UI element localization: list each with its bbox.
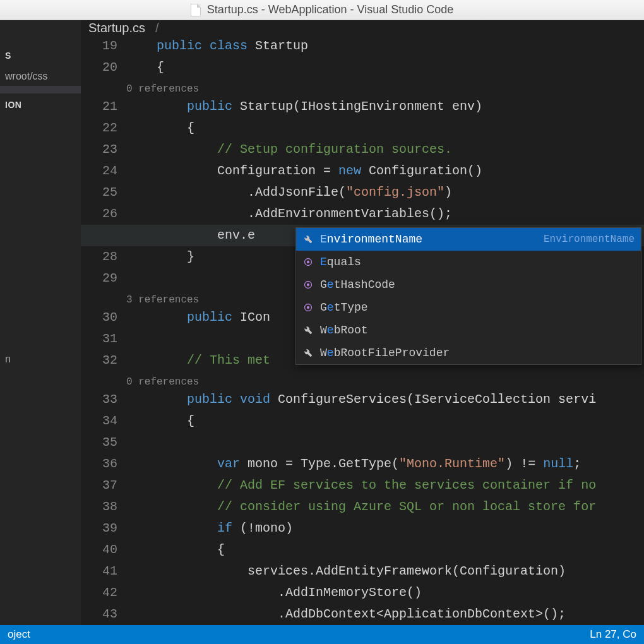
- wrench-icon: [302, 347, 314, 359]
- tab-startup[interactable]: Startup.cs /: [88, 21, 159, 35]
- suggest-item[interactable]: GetType: [296, 296, 641, 319]
- suggest-item[interactable]: WebRoot: [296, 319, 641, 342]
- status-bar[interactable]: oject Ln 27, Co: [0, 625, 644, 644]
- suggest-item[interactable]: Equals: [296, 251, 641, 273]
- codelens[interactable]: 0 references: [126, 376, 199, 388]
- wrench-icon: [302, 325, 314, 336]
- code-editor[interactable]: 19 20 21 22 23 24 25 26 27 28 29 30 31 3…: [81, 35, 644, 625]
- method-icon: [302, 256, 314, 268]
- explorer-sidebar[interactable]: S wroot/css ION n: [0, 20, 81, 625]
- wrench-icon: [302, 234, 314, 245]
- tab-label: Startup.cs: [88, 21, 145, 35]
- sidebar-item-active[interactable]: [0, 86, 81, 93]
- editor-pane: Startup.cs / 19 20 21 22 23 24 25 26 27 …: [81, 20, 644, 625]
- sidebar-section-header: ION: [0, 93, 81, 116]
- status-cursor-position[interactable]: Ln 27, Co: [590, 628, 636, 641]
- suggest-item[interactable]: WebRootFileProvider: [296, 342, 641, 364]
- svg-point-1: [307, 261, 309, 263]
- sidebar-section-header: S: [0, 44, 81, 67]
- line-gutter: 19 20 21 22 23 24 25 26 27 28 29 30 31 3…: [81, 35, 126, 625]
- svg-point-3: [307, 284, 309, 286]
- codelens[interactable]: 0 references: [126, 83, 199, 95]
- suggest-hint: EnvironmentName: [544, 229, 635, 249]
- tab-separator: /: [155, 21, 159, 35]
- suggest-item[interactable]: EnvironmentName EnvironmentName: [296, 228, 641, 251]
- suggest-widget[interactable]: EnvironmentName EnvironmentName Equals G…: [295, 227, 641, 365]
- suggest-item[interactable]: GetHashCode: [296, 273, 641, 296]
- window-titlebar: Startup.cs - WebApplication - Visual Stu…: [0, 0, 644, 20]
- sidebar-item[interactable]: wroot/css: [0, 67, 81, 86]
- svg-point-5: [307, 307, 309, 309]
- document-icon: [191, 4, 201, 16]
- sidebar-item[interactable]: n: [0, 350, 81, 369]
- status-left[interactable]: oject: [8, 628, 30, 641]
- method-icon: [302, 302, 314, 313]
- window-title: Startup.cs - WebApplication - Visual Stu…: [207, 3, 454, 16]
- editor-tabs[interactable]: Startup.cs /: [81, 20, 644, 35]
- codelens[interactable]: 3 references: [126, 294, 199, 306]
- method-icon: [302, 279, 314, 290]
